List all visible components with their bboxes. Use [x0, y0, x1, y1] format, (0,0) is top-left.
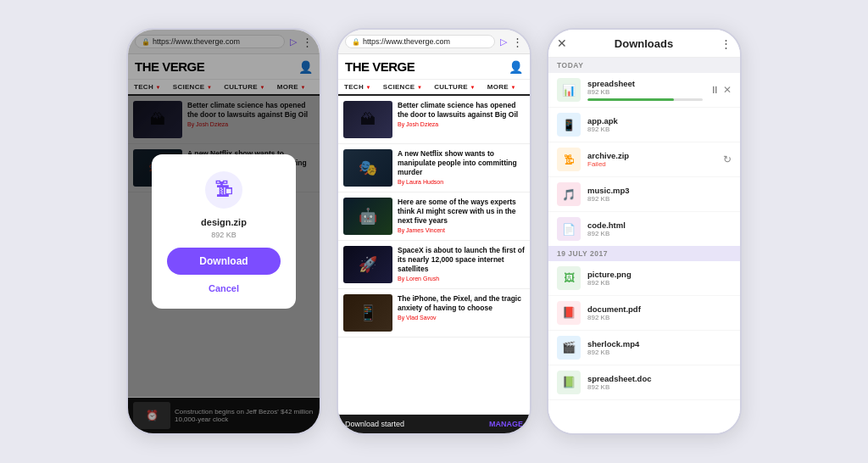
dl-name-pdf: document.pdf — [587, 304, 732, 314]
dl-info-zip: archive.zip Failed — [587, 151, 716, 168]
article-2-4[interactable]: 📱 The iPhone, the Pixel, and the tragic … — [338, 289, 530, 337]
dl-item-mp4[interactable]: 🎬 sherlock.mp4 892 KB — [548, 331, 740, 365]
dl-actions-spreadsheet: ⏸ ✕ — [709, 84, 732, 96]
article-2-2[interactable]: 🤖 Here are some of the ways experts thin… — [338, 192, 530, 241]
author-2-1: By Laura Hudson — [398, 179, 525, 185]
dl-info-html: code.html 892 KB — [587, 220, 732, 237]
nav-science-2[interactable]: SCIENCE ▼ — [377, 80, 428, 94]
dl-meta-doc: 892 KB — [587, 383, 732, 391]
verge-header-2: THE VERGE 👤 — [338, 54, 530, 80]
author-2-4: By Vlad Savov — [398, 315, 525, 321]
dl-meta-png: 892 KB — [587, 279, 732, 287]
thumb-2-0: 🏔 — [343, 101, 392, 138]
more-icon-2[interactable]: ⋮ — [512, 36, 523, 48]
url-bar-2[interactable]: 🔒 https://www.theverge.com — [345, 35, 495, 48]
title-2-2: Here are some of the ways experts think … — [398, 198, 525, 226]
dl-name-spreadsheet: spreadsheet — [587, 79, 703, 88]
browser-bar-2: 🔒 https://www.theverge.com ▷ ⋮ — [338, 30, 530, 54]
manage-button[interactable]: MANAGE — [489, 420, 523, 428]
author-2-2: By James Vincent — [398, 227, 525, 233]
dl-item-zip[interactable]: 🗜 archive.zip Failed ↻ — [548, 142, 740, 177]
downloads-list-july: 🖼 picture.png 892 KB 📕 document.pdf 892 … — [548, 261, 740, 434]
dl-icon-zip: 🗜 — [557, 148, 581, 171]
nav-more-2[interactable]: MORE ▼ — [481, 80, 522, 94]
pause-icon[interactable]: ⏸ — [709, 84, 720, 96]
dl-name-mp3: music.mp3 — [587, 186, 732, 195]
dl-icon-spreadsheet: 📊 — [557, 78, 581, 102]
dl-info-spreadsheet: spreadsheet 892 KB — [587, 79, 703, 101]
verge-logo-2: THE VERGE — [345, 59, 415, 74]
dl-name-doc: spreadsheet.doc — [587, 374, 732, 383]
thumb-2-2: 🤖 — [343, 198, 392, 235]
dl-meta-mp4: 892 KB — [587, 349, 732, 356]
dl-item-doc[interactable]: 📗 spreadsheet.doc 892 KB — [548, 365, 740, 400]
download-button[interactable]: Download — [167, 248, 281, 275]
dl-name-png: picture.png — [587, 270, 732, 279]
dl-item-mp3[interactable]: 🎵 music.mp3 892 KB — [548, 177, 740, 212]
downloads-header: ✕ Downloads ⋮ — [548, 30, 740, 58]
dl-icon-doc: 📗 — [557, 371, 581, 394]
dl-item-apk[interactable]: 📱 app.apk 892 KB — [548, 108, 740, 142]
thumb-2-4: 📱 — [343, 294, 392, 332]
dl-meta-pdf: 892 KB — [587, 314, 732, 321]
phone-2: 🔒 https://www.theverge.com ▷ ⋮ THE VERGE… — [337, 28, 531, 435]
dl-meta-spreadsheet: 892 KB — [587, 88, 703, 96]
article-2-3[interactable]: 🚀 SpaceX is about to launch the first of… — [338, 241, 530, 289]
user-icon-2[interactable]: 👤 — [509, 60, 523, 74]
dl-item-png[interactable]: 🖼 picture.png 892 KB — [548, 261, 740, 296]
dl-meta-mp3: 892 KB — [587, 195, 732, 203]
dl-name-mp4: sherlock.mp4 — [587, 339, 732, 349]
zip-icon: 🗜 — [214, 179, 233, 201]
title-2-0: Better climate science has opened the do… — [398, 101, 525, 120]
cancel-button[interactable]: Cancel — [209, 283, 239, 293]
nav-culture-2[interactable]: CULTURE ▼ — [428, 80, 481, 94]
dl-name-apk: app.apk — [587, 116, 732, 126]
phone-3: ✕ Downloads ⋮ TODAY 📊 spreadsheet 892 KB… — [547, 28, 742, 435]
downloads-panel: ✕ Downloads ⋮ TODAY 📊 spreadsheet 892 KB… — [548, 30, 740, 433]
dl-meta-zip: Failed — [587, 160, 716, 168]
section-today: TODAY — [548, 58, 740, 73]
author-2-0: By Josh Dzieza — [398, 121, 525, 127]
verge-nav-2: TECH ▼ SCIENCE ▼ CULTURE ▼ MORE ▼ — [338, 80, 530, 96]
dl-meta-apk: 892 KB — [587, 126, 732, 133]
downloads-title: Downloads — [567, 37, 721, 50]
dl-icon-apk: 📱 — [557, 113, 581, 137]
thumb-2-3: 🚀 — [343, 246, 392, 283]
dl-info-apk: app.apk 892 KB — [587, 116, 732, 133]
dl-icon-html: 📄 — [557, 217, 581, 241]
thumb-2-1: 🎭 — [343, 149, 392, 187]
download-dialog: 🗜 design.zip 892 KB Download Cancel — [152, 154, 296, 309]
section-july: 19 JULY 2017 — [548, 246, 740, 261]
dl-meta-html: 892 KB — [587, 230, 732, 237]
article-2-0[interactable]: 🏔 Better climate science has opened the … — [338, 96, 530, 144]
download-started-text: Download started — [345, 420, 404, 428]
more-icon-3[interactable]: ⋮ — [721, 37, 732, 50]
article-list-2: 🏔 Better climate science has opened the … — [338, 96, 530, 414]
file-icon-wrap: 🗜 — [205, 171, 242, 209]
dl-item-spreadsheet[interactable]: 📊 spreadsheet 892 KB ⏸ ✕ — [548, 73, 740, 108]
lock-icon-2: 🔒 — [352, 38, 360, 46]
download-overlay: 🗜 design.zip 892 KB Download Cancel — [128, 30, 320, 433]
author-2-3: By Loren Grush — [398, 276, 525, 282]
title-2-3: SpaceX is about to launch the first of i… — [398, 246, 525, 274]
retry-icon[interactable]: ↻ — [723, 153, 732, 165]
article-2-1[interactable]: 🎭 A new Netflix show wants to manipulate… — [338, 144, 530, 192]
dl-name-html: code.html — [587, 220, 732, 230]
downloads-list-today: 📊 spreadsheet 892 KB ⏸ ✕ 📱 app.ap — [548, 73, 740, 246]
dl-item-pdf[interactable]: 📕 document.pdf 892 KB — [548, 296, 740, 331]
nav-tech-2[interactable]: TECH ▼ — [338, 80, 377, 94]
cancel-icon-spreadsheet[interactable]: ✕ — [723, 84, 732, 96]
url-text-2: https://www.theverge.com — [363, 37, 450, 46]
dl-icon-mp4: 🎬 — [557, 336, 581, 360]
dl-name-zip: archive.zip — [587, 151, 716, 160]
send-icon-2[interactable]: ▷ — [500, 36, 507, 47]
title-2-1: A new Netflix show wants to manipulate p… — [398, 149, 525, 177]
dl-item-html[interactable]: 📄 code.html 892 KB — [548, 212, 740, 246]
title-2-4: The iPhone, the Pixel, and the tragic an… — [398, 294, 525, 313]
dl-icon-png: 🖼 — [557, 266, 581, 290]
close-icon[interactable]: ✕ — [557, 36, 567, 50]
dl-icon-mp3: 🎵 — [557, 182, 581, 206]
dl-info-mp3: music.mp3 892 KB — [587, 186, 732, 203]
phone-1: 🔒 https://www.theverge.com ▷ ⋮ THE VERGE… — [126, 28, 321, 435]
dl-icon-pdf: 📕 — [557, 301, 581, 325]
